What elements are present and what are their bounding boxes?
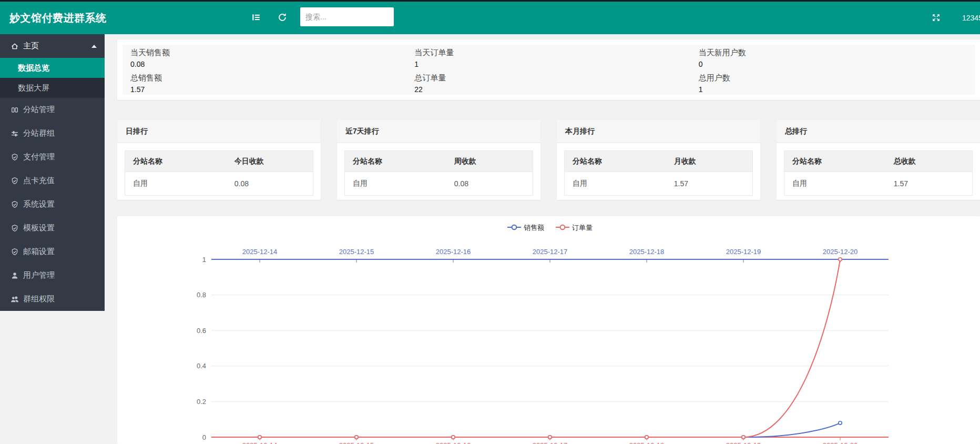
svg-text:2025-12-17: 2025-12-17	[533, 248, 568, 256]
stat-label: 当天订单量	[414, 47, 682, 58]
ranking-card-body: 分站名称今日收款自用0.08	[117, 143, 321, 203]
sidebar-item-label: 分站群组	[23, 128, 55, 138]
svg-text:2025-12-18: 2025-12-18	[629, 248, 665, 256]
svg-text:0.8: 0.8	[197, 291, 206, 299]
sidebar-item-label: 系统设置	[23, 199, 55, 209]
stat-value: 0.08	[130, 58, 399, 70]
ranking-card-title: 日排行	[117, 120, 321, 143]
table-cell: 自用	[345, 172, 446, 196]
ranking-card-1: 近7天排行分站名称周收款自用0.08	[337, 120, 540, 200]
sidebar-item-label: 主页	[23, 41, 39, 51]
stats-card: 当天销售额0.08当天订单量1当天新用户数0总销售额1.57总订单量22总用户数…	[117, 39, 980, 100]
username[interactable]: 12345	[962, 2, 980, 34]
refresh-icon[interactable]	[275, 11, 289, 24]
stat-label: 当天销售额	[130, 47, 399, 58]
ranking-card-2: 本月排行分站名称月收款自用1.57	[557, 120, 760, 200]
search-input[interactable]	[300, 7, 394, 26]
sidebar-item-label: 支付管理	[23, 152, 55, 162]
sidebar-item-9[interactable]: 群组权限	[0, 287, 105, 311]
column-header: 月收款	[666, 151, 753, 172]
ranking-card-body: 分站名称月收款自用1.57	[557, 143, 760, 203]
svg-text:2025-12-20: 2025-12-20	[823, 441, 858, 444]
ranking-cards-row: 日排行分站名称今日收款自用0.08近7天排行分站名称周收款自用0.08本月排行分…	[117, 120, 980, 200]
sidebar-subitem-label: 数据总览	[18, 63, 49, 73]
svg-text:2025-12-14: 2025-12-14	[242, 248, 278, 256]
column-header: 分站名称	[345, 151, 446, 172]
sidebar-item-7[interactable]: 邮箱设置	[0, 240, 105, 264]
table-row: 自用0.08	[125, 172, 313, 196]
sidebar-item-label: 邮箱设置	[23, 247, 55, 257]
sidebar-item-2[interactable]: 分站群组	[0, 122, 105, 145]
table-cell: 0.08	[227, 172, 313, 196]
svg-text:0: 0	[202, 433, 206, 441]
table-cell: 自用	[125, 172, 227, 196]
sidebar-item-8[interactable]: 用户管理	[0, 264, 105, 287]
ranking-table: 分站名称总收款自用1.57	[784, 150, 973, 196]
sidebar-item-5[interactable]: 系统设置	[0, 193, 105, 216]
stat-label: 总销售额	[130, 72, 399, 84]
user-icon	[11, 271, 19, 280]
sidebar-item-label: 点卡充值	[23, 176, 55, 186]
window-top-edge	[0, 0, 980, 2]
sidebar-item-label: 群组权限	[23, 294, 55, 304]
table-row: 自用1.57	[565, 172, 753, 196]
column-header: 今日收款	[227, 151, 313, 172]
svg-text:0.6: 0.6	[197, 327, 206, 335]
svg-text:2025-12-19: 2025-12-19	[726, 441, 761, 444]
users-icon	[11, 295, 19, 304]
fullscreen-icon[interactable]	[929, 11, 943, 24]
stat-cell-2: 当天新用户数0	[691, 45, 975, 70]
sidebar-item-label: 用户管理	[23, 270, 55, 280]
ranking-card-title: 总排行	[777, 120, 980, 143]
stat-value: 0	[699, 58, 967, 70]
column-header: 分站名称	[565, 151, 666, 172]
ranking-table: 分站名称周收款自用0.08	[344, 150, 533, 196]
shield-check-icon	[11, 177, 19, 185]
svg-text:2025-12-17: 2025-12-17	[533, 441, 568, 444]
table-cell: 1.57	[886, 172, 973, 196]
table-cell: 1.57	[666, 172, 753, 196]
ranking-card-body: 分站名称总收款自用1.57	[777, 143, 980, 203]
column-header: 周收款	[446, 151, 533, 172]
ranking-table: 分站名称月收款自用1.57	[564, 150, 753, 196]
stat-value: 22	[414, 84, 682, 95]
ranking-card-0: 日排行分站名称今日收款自用0.08	[117, 120, 321, 200]
column-header: 总收款	[886, 151, 973, 172]
svg-text:2025-12-16: 2025-12-16	[436, 248, 471, 256]
chart-card: 销售额订单量 00.20.40.60.812025-12-142025-12-1…	[117, 216, 980, 444]
app-title: 妙文馆付费进群系统	[9, 2, 107, 34]
stat-cell-4: 总订单量22	[406, 70, 690, 95]
shield-check-icon	[11, 200, 19, 209]
home-icon	[11, 42, 19, 51]
sidebar-subitem-0-1[interactable]: 数据大屏	[0, 78, 105, 98]
ranking-card-title: 近7天排行	[337, 120, 540, 143]
ranking-table: 分站名称今日收款自用0.08	[125, 150, 313, 196]
stat-value: 1.57	[130, 84, 399, 95]
table-cell: 自用	[784, 172, 886, 196]
ranking-card-title: 本月排行	[557, 120, 760, 143]
dashboard-page: { "header": { "title": "妙文馆付费进群系统", "sea…	[0, 0, 980, 444]
stat-cell-0: 当天销售额0.08	[122, 45, 406, 70]
sidebar-item-1[interactable]: 分站管理	[0, 98, 105, 122]
table-cell: 0.08	[446, 172, 533, 196]
stat-label: 总用户数	[699, 72, 967, 84]
shield-check-icon	[11, 224, 19, 233]
shield-check-icon	[11, 248, 19, 256]
svg-text:1: 1	[202, 256, 206, 264]
stat-label: 总订单量	[414, 72, 682, 84]
sidebar-item-label: 分站管理	[23, 105, 55, 115]
sales-orders-chart: 00.20.40.60.812025-12-142025-12-142025-1…	[117, 216, 980, 444]
sidebar-subitem-label: 数据大屏	[18, 83, 49, 93]
svg-text:2025-12-19: 2025-12-19	[726, 248, 761, 256]
sidebar-subitem-0-0[interactable]: 数据总览	[0, 58, 105, 78]
sidebar-item-6[interactable]: 模板设置	[0, 216, 105, 240]
stat-value: 1	[699, 84, 967, 95]
svg-text:2025-12-20: 2025-12-20	[823, 248, 858, 256]
menu-toggle-icon[interactable]	[249, 11, 263, 24]
sidebar-item-3[interactable]: 支付管理	[0, 145, 105, 169]
sidebar-item-0[interactable]: 主页	[0, 34, 105, 58]
table-cell: 自用	[565, 172, 666, 196]
svg-text:2025-12-14: 2025-12-14	[242, 441, 278, 444]
sidebar-item-4[interactable]: 点卡充值	[0, 169, 105, 193]
stat-label: 当天新用户数	[699, 47, 967, 58]
